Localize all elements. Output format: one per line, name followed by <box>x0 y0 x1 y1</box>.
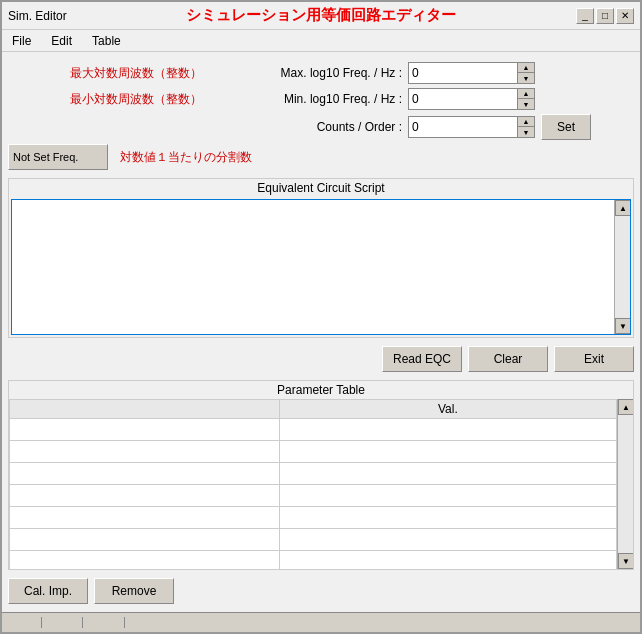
min-freq-label: 最小対数周波数（整数） <box>8 91 208 108</box>
max-freq-row: 最大対数周波数（整数） Max. log10 Freq. / Hz : ▲ ▼ <box>8 62 634 84</box>
param-key-cell <box>10 507 280 529</box>
param-val-cell <box>279 551 616 570</box>
menu-bar: File Edit Table <box>2 30 640 52</box>
set-button[interactable]: Set <box>541 114 591 140</box>
script-scrollbar: ▲ ▼ <box>614 200 630 334</box>
table-row <box>10 441 617 463</box>
script-section: Equivalent Circuit Script ▲ ▼ <box>8 178 634 338</box>
param-val-cell <box>279 529 616 551</box>
param-val-cell <box>279 463 616 485</box>
param-key-cell <box>10 485 280 507</box>
script-scroll-up[interactable]: ▲ <box>615 200 631 216</box>
param-table: Val. <box>9 399 617 569</box>
table-row <box>10 485 617 507</box>
param-key-cell <box>10 441 280 463</box>
param-key-cell <box>10 551 280 570</box>
status-item-2 <box>48 617 84 628</box>
remove-button[interactable]: Remove <box>94 578 174 604</box>
param-val-cell <box>279 507 616 529</box>
counts-row: Counts / Order : ▲ ▼ Set <box>8 114 634 140</box>
counts-spinner: ▲ ▼ <box>518 116 535 138</box>
counts-field-label: Counts / Order : <box>208 120 408 134</box>
counts-sublabel: 対数値１当たりの分割数 <box>120 149 252 166</box>
param-col-key-header <box>10 400 280 419</box>
min-freq-input-group: ▲ ▼ <box>408 88 535 110</box>
param-key-cell <box>10 529 280 551</box>
app-title: Sim. Editor <box>8 9 67 23</box>
table-row <box>10 419 617 441</box>
not-set-freq-button[interactable]: Not Set Freq. <box>8 144 108 170</box>
max-freq-down[interactable]: ▼ <box>518 73 534 83</box>
param-section: Parameter Table Val. <box>8 380 634 570</box>
maximize-button[interactable]: □ <box>596 8 614 24</box>
max-freq-input-group: ▲ ▼ <box>408 62 535 84</box>
script-textarea[interactable] <box>12 200 614 334</box>
title-bar: Sim. Editor シミュレーション用等価回路エディター _ □ ✕ <box>2 2 640 30</box>
param-scroll-track <box>618 415 633 553</box>
exit-button[interactable]: Exit <box>554 346 634 372</box>
table-row <box>10 551 617 570</box>
param-val-cell <box>279 419 616 441</box>
param-col-val-header: Val. <box>279 400 616 419</box>
table-row <box>10 463 617 485</box>
counts-up[interactable]: ▲ <box>518 117 534 127</box>
script-scroll-track <box>615 216 630 318</box>
content-area: 最大対数周波数（整数） Max. log10 Freq. / Hz : ▲ ▼ … <box>2 52 640 612</box>
param-val-cell <box>279 441 616 463</box>
top-section: 最大対数周波数（整数） Max. log10 Freq. / Hz : ▲ ▼ … <box>8 58 634 174</box>
action-btn-row: Read EQC Clear Exit <box>8 342 634 376</box>
table-row <box>10 529 617 551</box>
status-item-3 <box>89 617 125 628</box>
menu-table[interactable]: Table <box>86 33 127 49</box>
min-freq-up[interactable]: ▲ <box>518 89 534 99</box>
max-freq-field-label: Max. log10 Freq. / Hz : <box>208 66 408 80</box>
param-val-cell <box>279 485 616 507</box>
param-key-cell <box>10 463 280 485</box>
param-table-inner: Val. <box>9 399 617 569</box>
menu-edit[interactable]: Edit <box>45 33 78 49</box>
script-textarea-wrapper: ▲ ▼ <box>11 199 631 335</box>
param-scroll-down[interactable]: ▼ <box>618 553 633 569</box>
param-scrollbar: ▲ ▼ <box>617 399 633 569</box>
window-controls: _ □ ✕ <box>576 8 634 24</box>
param-scroll-up[interactable]: ▲ <box>618 399 633 415</box>
main-window: Sim. Editor シミュレーション用等価回路エディター _ □ ✕ Fil… <box>0 0 642 634</box>
minimize-button[interactable]: _ <box>576 8 594 24</box>
cal-imp-button[interactable]: Cal. Imp. <box>8 578 88 604</box>
counts-input[interactable] <box>408 116 518 138</box>
min-freq-input[interactable] <box>408 88 518 110</box>
max-freq-up[interactable]: ▲ <box>518 63 534 73</box>
min-freq-field-label: Min. log10 Freq. / Hz : <box>208 92 408 106</box>
min-freq-down[interactable]: ▼ <box>518 99 534 109</box>
min-freq-spinner: ▲ ▼ <box>518 88 535 110</box>
counts-down[interactable]: ▼ <box>518 127 534 137</box>
close-button[interactable]: ✕ <box>616 8 634 24</box>
bottom-btn-row: Cal. Imp. Remove <box>8 574 634 606</box>
param-scroll-wrapper: Val. ▲ ▼ <box>9 399 633 569</box>
read-eqc-button[interactable]: Read EQC <box>382 346 462 372</box>
status-item-1 <box>6 617 42 628</box>
clear-button[interactable]: Clear <box>468 346 548 372</box>
counts-input-group: ▲ ▼ <box>408 116 535 138</box>
param-key-cell <box>10 419 280 441</box>
script-scroll-down[interactable]: ▼ <box>615 318 631 334</box>
min-freq-row: 最小対数周波数（整数） Min. log10 Freq. / Hz : ▲ ▼ <box>8 88 634 110</box>
status-bar <box>2 612 640 632</box>
not-set-row: Not Set Freq. 対数値１当たりの分割数 <box>8 144 634 170</box>
max-freq-input[interactable] <box>408 62 518 84</box>
script-section-label: Equivalent Circuit Script <box>9 179 633 197</box>
japanese-title: シミュレーション用等価回路エディター <box>186 6 456 25</box>
table-row <box>10 507 617 529</box>
param-section-label: Parameter Table <box>9 381 633 399</box>
max-freq-spinner: ▲ ▼ <box>518 62 535 84</box>
max-freq-label: 最大対数周波数（整数） <box>8 65 208 82</box>
menu-file[interactable]: File <box>6 33 37 49</box>
